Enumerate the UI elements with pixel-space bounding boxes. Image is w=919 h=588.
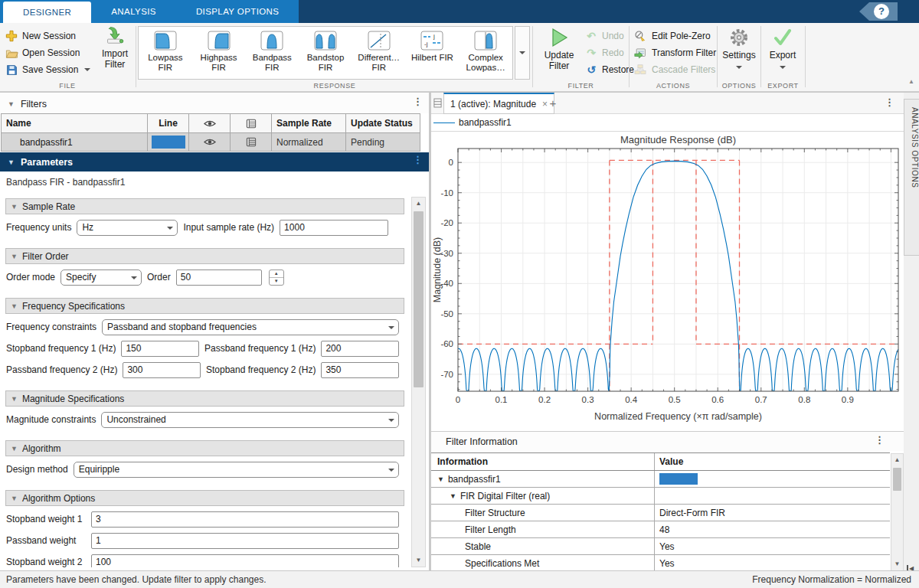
info-row-stable[interactable]: StableYes [431, 538, 890, 555]
col-name[interactable]: Name [2, 114, 148, 132]
info-row-specifications-met[interactable]: Specifications MetYes [431, 555, 890, 570]
edit-pole-zero-button[interactable]: Edit Pole-Zero [633, 28, 711, 44]
scrollbar-thumb[interactable] [893, 468, 901, 491]
param-design-method-dropdown[interactable]: Equiripple [74, 462, 399, 478]
filter-row-bandpassfir1[interactable]: bandpassfir1 Normalized Pending [2, 132, 420, 151]
param-order-mode-dropdown[interactable]: Specify [61, 270, 142, 286]
tab-analysis[interactable]: ANALYSIS [91, 0, 176, 23]
help-button[interactable]: ? [859, 2, 898, 21]
x-tick-label: 0.8 [798, 395, 810, 404]
spinner-down-icon[interactable]: ▼ [270, 278, 283, 285]
section-header-algorithm-options[interactable]: ▼Algorithm Options [5, 490, 404, 506]
info-row-fir-digital-filter-real[interactable]: ▼FIR Digital Filter (real) [431, 488, 890, 505]
filter-info-toggle[interactable] [231, 133, 272, 151]
magnitude-response-plot[interactable]: 00.10.20.30.40.50.60.70.80.90-10-20-30-4… [431, 132, 904, 431]
col-update-status[interactable]: Update Status [346, 114, 420, 132]
response-bandpass-fir-button[interactable]: BandpassFIR [245, 27, 299, 79]
param-stopband-frequency-2-hz-input[interactable]: 350 [321, 362, 399, 378]
open-session-button[interactable]: Open Session [5, 45, 80, 60]
update-filter-button[interactable]: Update Filter [535, 28, 583, 71]
x-tick-label: 0.3 [582, 395, 594, 404]
settings-button[interactable]: Settings [720, 28, 758, 71]
options-section: Settings OPTIONS [718, 23, 760, 92]
tab-designer[interactable]: DESIGNER [3, 2, 91, 23]
save-session-dropdown-icon[interactable] [84, 68, 90, 71]
parameters-menu-icon[interactable]: ⋮ [413, 154, 423, 165]
new-view-button[interactable]: + [545, 96, 561, 111]
tree-collapse-icon[interactable]: ▼ [450, 492, 456, 500]
param-frequency-units-dropdown[interactable]: Hz [77, 220, 178, 236]
info-row-filter-structure[interactable]: Filter StructureDirect-Form FIR [431, 505, 890, 521]
restore-button[interactable]: ↺ Restore [584, 62, 634, 77]
save-session-button[interactable]: Save Session [5, 62, 90, 77]
scroll-up-icon[interactable]: ▲ [412, 198, 425, 210]
filters-menu-icon[interactable]: ⋮ [413, 96, 423, 107]
display-menu-icon[interactable]: ⋮ [885, 96, 894, 108]
col-line[interactable]: Line [148, 114, 189, 132]
section-header-algorithm[interactable]: ▼Algorithm [5, 440, 404, 456]
section-header-frequency-specifications[interactable]: ▼Frequency Specifications [5, 298, 404, 314]
response-different-fir-button[interactable]: Different…FIR [352, 27, 406, 79]
response-bandstop-fir-button[interactable]: BandstopFIR [299, 27, 352, 79]
info-row-bandpassfir1[interactable]: ▼bandpassfir1 [431, 471, 890, 488]
param-order-input[interactable]: 50 [176, 270, 262, 286]
section-header-magnitude-specifications[interactable]: ▼Magnitude Specifications [5, 390, 404, 407]
filter-info-scrollbar[interactable]: ▲ ▼ [891, 453, 904, 570]
param-order-spinner[interactable]: ▲▼ [269, 270, 284, 286]
lowpass-icon [154, 31, 177, 51]
info-column-header[interactable]: Information [431, 453, 655, 470]
param-passband-weight-input[interactable]: 1 [91, 533, 399, 549]
parameters-scrollbar[interactable]: ▲ ▼ [411, 197, 426, 567]
param-passband-frequency-2-hz-input[interactable]: 300 [123, 362, 201, 378]
gallery-expand-button[interactable] [515, 26, 530, 80]
legend-line-sample [433, 122, 455, 123]
tree-collapse-icon[interactable]: ▼ [437, 475, 444, 483]
y-tick-label: -70 [440, 370, 453, 379]
dropdown-value: Equiripple [79, 464, 119, 475]
new-session-button[interactable]: New Session [5, 28, 76, 44]
value-column-header[interactable]: Value [655, 453, 890, 470]
section-header-sample-rate[interactable]: ▼Sample Rate [5, 198, 404, 214]
spinner-up-icon[interactable]: ▲ [270, 270, 283, 278]
export-section-label: EXPORT [762, 82, 804, 90]
col-visible[interactable] [189, 114, 231, 132]
col-info[interactable] [231, 114, 272, 132]
filter-line-color[interactable] [148, 133, 189, 151]
export-button[interactable]: Export [764, 28, 802, 71]
tab-magnitude-view[interactable]: 1 (active): Magnitude × [443, 93, 554, 114]
param-passband-frequency-1-hz-input[interactable]: 200 [321, 341, 399, 357]
options-section-label: OPTIONS [718, 82, 760, 90]
import-filter-button[interactable]: Import Filter [96, 26, 133, 81]
col-sample-rate[interactable]: Sample Rate [272, 114, 346, 132]
collapse-toolstrip-button[interactable]: ▲ [905, 78, 917, 89]
filter-visible-toggle[interactable] [189, 133, 231, 151]
param-frequency-constraints-dropdown[interactable]: Passband and stopband frequencies [102, 319, 399, 335]
response-complex-lowpas-button[interactable]: ComplexLowpas… [459, 27, 512, 79]
response-hilbert-fir-button[interactable]: j-jHilbert FIR [406, 27, 460, 79]
response-highpass-fir-button[interactable]: HighpassFIR [192, 27, 246, 79]
response-lowpass-fir-button[interactable]: LowpassFIR [139, 27, 192, 79]
scroll-down-icon[interactable]: ▼ [412, 554, 425, 567]
scroll-up-icon[interactable]: ▲ [891, 454, 903, 466]
filter-information-menu-icon[interactable]: ⋮ [875, 434, 885, 446]
info-value: Direct-Form FIR [659, 508, 725, 518]
scrollbar-thumb[interactable] [414, 211, 424, 387]
filters-collapse-icon[interactable]: ▼ [8, 100, 15, 108]
section-header-filter-order[interactable]: ▼Filter Order [5, 248, 404, 264]
param-input-sample-rate-hz-input[interactable]: 1000 [280, 220, 388, 236]
param-stopband-frequency-1-hz-input[interactable]: 150 [121, 341, 199, 357]
param-magnitude-constraints-dropdown[interactable]: Unconstrained [101, 412, 399, 428]
transform-filter-button[interactable]: Transform Filter [633, 45, 716, 60]
section-magnitude-specifications: ▼Magnitude SpecificationsMagnitude const… [0, 390, 410, 428]
filter-information-title: Filter Information [446, 436, 518, 447]
dropdown-value: Passband and stopband frequencies [107, 322, 257, 332]
section-title: Frequency Specifications [22, 301, 125, 312]
scroll-down-icon[interactable]: ▼ [891, 558, 903, 570]
info-row-filter-length[interactable]: Filter Length48 [431, 521, 890, 538]
parameters-collapse-icon[interactable]: ▼ [8, 158, 15, 166]
param-stopband-weight-2-input[interactable]: 100 [91, 554, 399, 568]
analysis-options-tab[interactable]: ANALYSIS OPTIONS [904, 99, 919, 256]
tab-display-options[interactable]: DISPLAY OPTIONS [176, 0, 299, 23]
param-stopband-weight-1-input[interactable]: 3 [91, 511, 399, 528]
label-stopband-frequency-2-hz: Stopband frequency 2 (Hz) [206, 364, 316, 375]
